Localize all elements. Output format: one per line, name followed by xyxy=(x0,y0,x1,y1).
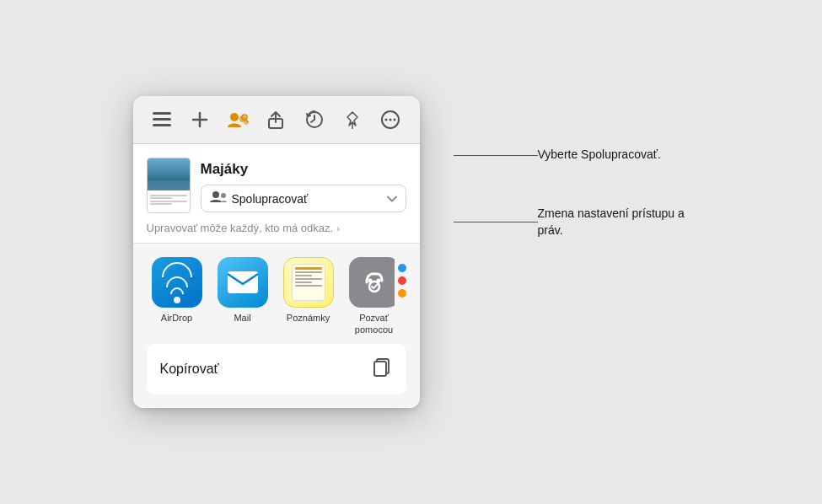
annotation-access: Zmena nastavení prístupu a práv. xyxy=(454,206,690,239)
app-item-invite[interactable]: Pozvaťpomocou xyxy=(344,257,395,335)
notes-line xyxy=(295,281,313,283)
doc-thumbnail xyxy=(147,158,191,213)
copy-row[interactable]: Kopírovať xyxy=(147,344,406,394)
collab-button[interactable] xyxy=(223,105,253,135)
more-button[interactable] xyxy=(375,105,406,135)
app-item-airdrop[interactable]: AirDrop xyxy=(147,257,207,335)
mail-label: Mail xyxy=(234,313,250,324)
notes-label: Poznámky xyxy=(287,313,330,324)
dot-red xyxy=(398,276,406,285)
access-label: Upravovať môže každý, kto má odkaz. xyxy=(147,222,334,234)
access-row[interactable]: Upravovať môže každý, kto má odkaz. › xyxy=(133,213,420,244)
doc-header: Majáky Spolupracovať xyxy=(133,144,420,213)
apps-grid: AirDrop Mail xyxy=(147,257,395,335)
notes-inner xyxy=(292,264,325,301)
notes-line xyxy=(295,271,322,273)
app-item-mail[interactable]: Mail xyxy=(212,257,273,335)
notes-line xyxy=(295,278,322,280)
share-panel: Majáky Spolupracovať xyxy=(133,96,420,407)
svg-rect-21 xyxy=(374,362,386,376)
dot-orange xyxy=(398,289,406,298)
annotations: Vyberte Spolupracovať. Zmena nastavení p… xyxy=(454,96,690,239)
airdrop-waves xyxy=(162,262,192,303)
invite-icon xyxy=(349,257,395,308)
svg-point-3 xyxy=(230,113,239,121)
notes-line xyxy=(295,275,313,276)
more-dots xyxy=(395,257,406,298)
doc-line xyxy=(150,201,187,202)
pin-button[interactable] xyxy=(337,105,368,135)
list-button[interactable] xyxy=(147,105,177,135)
app-item-notes[interactable]: Poznámky xyxy=(278,257,339,335)
chevron-icon xyxy=(387,194,397,204)
access-arrow-icon: › xyxy=(336,223,340,233)
svg-point-11 xyxy=(385,119,388,121)
share-button[interactable] xyxy=(261,105,291,135)
add-button[interactable] xyxy=(185,105,215,135)
access-text: Upravovať môže každý, kto má odkaz. › xyxy=(147,222,406,234)
invite-label: Pozvaťpomocou xyxy=(355,313,393,335)
doc-thumbnail-lines xyxy=(148,190,190,212)
collab-label: Spolupracovať xyxy=(232,192,382,206)
doc-line xyxy=(150,195,187,196)
mail-icon xyxy=(218,257,268,308)
svg-point-15 xyxy=(221,193,226,198)
svg-point-18 xyxy=(368,279,372,283)
annotation-text-collab: Vyberte Spolupracovať. xyxy=(538,147,661,164)
notes-icon xyxy=(283,257,334,308)
annotation-text-access: Zmena nastavení prístupu a práv. xyxy=(538,206,690,239)
annotation-collab: Vyberte Spolupracovať. xyxy=(454,147,690,164)
notes-line xyxy=(295,285,322,287)
notes-line xyxy=(295,267,322,270)
share-section: AirDrop Mail xyxy=(133,244,420,407)
svg-rect-16 xyxy=(228,271,258,293)
history-button[interactable] xyxy=(299,105,330,135)
svg-point-19 xyxy=(376,279,380,283)
copy-icon xyxy=(371,356,393,383)
svg-rect-2 xyxy=(153,124,171,126)
doc-thumbnail-image xyxy=(148,158,190,190)
doc-line xyxy=(150,203,172,205)
airdrop-icon xyxy=(152,257,202,308)
annotation-line-collab xyxy=(454,155,538,156)
copy-label: Kopírovať xyxy=(160,362,219,377)
collab-people-icon xyxy=(210,190,227,206)
svg-point-14 xyxy=(212,191,219,198)
doc-title: Majáky xyxy=(201,161,406,178)
airdrop-label: AirDrop xyxy=(161,313,192,324)
svg-rect-0 xyxy=(153,112,171,115)
dot-blue xyxy=(398,264,406,272)
doc-info: Majáky Spolupracovať xyxy=(201,158,406,212)
collab-dropdown[interactable]: Spolupracovať xyxy=(201,185,406,212)
apps-row: AirDrop Mail xyxy=(147,257,406,335)
toolbar xyxy=(133,96,420,144)
annotation-line-access xyxy=(454,222,538,223)
svg-point-13 xyxy=(394,119,396,121)
main-container: Majáky Spolupracovať xyxy=(133,96,690,407)
doc-line xyxy=(150,197,172,199)
svg-rect-1 xyxy=(153,118,171,121)
svg-point-12 xyxy=(390,119,392,121)
